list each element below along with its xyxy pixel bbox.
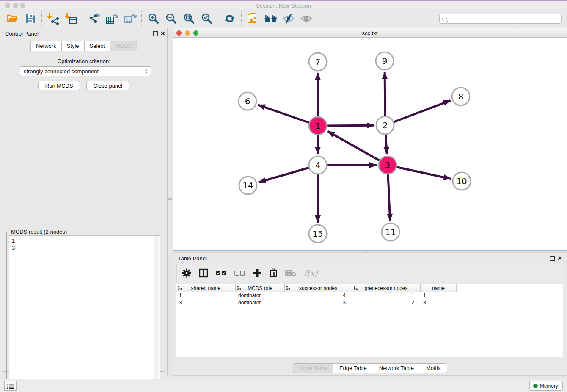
column-header-successor-nodes[interactable]: successor nodes bbox=[285, 284, 352, 292]
toolbar-separator bbox=[141, 11, 142, 26]
svg-text:1: 1 bbox=[315, 121, 321, 131]
show-all-icon bbox=[297, 11, 315, 26]
table-cell[interactable]: dominator bbox=[236, 299, 285, 306]
column-header-predecessor-nodes[interactable]: predecessor nodes bbox=[352, 284, 421, 292]
import-table-icon[interactable] bbox=[62, 11, 80, 26]
svg-text:10: 10 bbox=[456, 176, 467, 186]
import-network-icon[interactable] bbox=[44, 11, 62, 26]
result-scrollbar[interactable] bbox=[154, 236, 159, 386]
tab-network[interactable]: Network bbox=[30, 41, 62, 51]
show-column-panel-icon[interactable] bbox=[199, 268, 208, 278]
tab-node-table[interactable]: Node Table bbox=[293, 363, 333, 373]
edge-3-1[interactable] bbox=[328, 131, 388, 165]
open-session-icon[interactable] bbox=[3, 11, 21, 26]
column-header-shared-name[interactable]: shared name bbox=[176, 284, 236, 292]
svg-text:7: 7 bbox=[315, 57, 321, 67]
tab-edge-table[interactable]: Edge Table bbox=[333, 363, 373, 373]
graph-node-4[interactable]: 4 bbox=[309, 156, 327, 174]
memory-button[interactable]: Memory bbox=[529, 381, 563, 391]
graph-node-14[interactable]: 14 bbox=[239, 177, 257, 194]
export-network-icon[interactable] bbox=[85, 11, 103, 26]
status-bar: Memory bbox=[0, 379, 567, 392]
memory-status-icon bbox=[533, 384, 538, 388]
table-cell[interactable]: 3 bbox=[176, 299, 236, 306]
graph-node-8[interactable]: 8 bbox=[452, 88, 470, 105]
tab-network-table[interactable]: Network Table bbox=[373, 363, 420, 373]
table-panel-header: Table Panel ✕ bbox=[173, 253, 567, 264]
export-image-icon[interactable] bbox=[121, 11, 139, 26]
svg-text:2: 2 bbox=[383, 120, 388, 130]
hide-selected-icon[interactable] bbox=[280, 11, 297, 26]
table-cell[interactable]: 1 bbox=[352, 292, 421, 299]
graph-node-3[interactable]: 3 bbox=[379, 156, 396, 174]
vertical-splitter-grip[interactable] bbox=[168, 196, 172, 203]
deselect-all-columns-icon[interactable] bbox=[234, 270, 245, 276]
zoom-selected-icon[interactable] bbox=[198, 11, 215, 26]
svg-text:14: 14 bbox=[242, 180, 253, 190]
close-table-panel-icon[interactable]: ✕ bbox=[557, 255, 562, 262]
search-icon bbox=[442, 17, 447, 21]
add-column-icon[interactable] bbox=[253, 269, 261, 277]
table-cell[interactable]: 3 bbox=[285, 299, 352, 306]
tab-style[interactable]: Style bbox=[61, 41, 85, 51]
task-history-button[interactable] bbox=[4, 381, 17, 391]
tab-mcds[interactable]: MCDS bbox=[110, 41, 137, 51]
edge-3-10[interactable] bbox=[388, 165, 451, 179]
table-cell[interactable]: 3 bbox=[421, 299, 457, 306]
close-panel-icon[interactable]: ✕ bbox=[160, 30, 165, 37]
run-mcds-button[interactable]: Run MCDS bbox=[38, 81, 80, 90]
apply-layout-icon[interactable] bbox=[221, 11, 239, 26]
svg-text:9: 9 bbox=[382, 56, 388, 66]
column-header-name[interactable]: name bbox=[421, 284, 457, 292]
graph-node-6[interactable]: 6 bbox=[239, 92, 256, 110]
table-cell[interactable]: 2 bbox=[352, 299, 421, 306]
float-panel-icon[interactable] bbox=[153, 31, 158, 36]
network-graph-canvas[interactable]: 7968124314101511 bbox=[173, 38, 567, 250]
table-cell[interactable]: 1 bbox=[176, 292, 236, 299]
table-row[interactable]: 3dominator323 bbox=[176, 299, 563, 306]
network-window-title: scc.txt bbox=[173, 30, 567, 36]
export-table-icon[interactable] bbox=[103, 11, 121, 26]
mcds-result-title: MCDS result (2 nodes) bbox=[9, 229, 69, 235]
graph-node-9[interactable]: 9 bbox=[376, 52, 394, 70]
table-options-gear-icon[interactable] bbox=[182, 268, 191, 278]
tab-motifs[interactable]: Motifs bbox=[420, 363, 447, 373]
close-panel-button[interactable]: Close panel bbox=[86, 81, 130, 90]
table-cell[interactable]: 4 bbox=[285, 292, 352, 299]
edge-2-8[interactable] bbox=[385, 100, 451, 125]
toolbar-separator bbox=[41, 11, 42, 26]
graph-node-1[interactable]: 1 bbox=[309, 117, 327, 135]
delete-table-icon bbox=[285, 269, 296, 277]
graph-node-2[interactable]: 2 bbox=[376, 116, 394, 134]
zoom-out-icon[interactable] bbox=[162, 11, 180, 26]
mcds-result-list[interactable]: 13 bbox=[9, 235, 160, 386]
table-tabs: Node TableEdge TableNetwork TableMotifs bbox=[173, 363, 567, 373]
toolbar-separator bbox=[83, 11, 83, 26]
table-cell[interactable]: 1 bbox=[421, 292, 457, 299]
table-row[interactable]: 1dominator411 bbox=[176, 292, 563, 299]
graph-node-10[interactable]: 10 bbox=[453, 172, 471, 190]
search-input[interactable] bbox=[449, 14, 561, 23]
clone-network-icon[interactable] bbox=[244, 11, 262, 26]
table-cell[interactable]: dominator bbox=[236, 292, 285, 299]
search-box[interactable] bbox=[439, 14, 562, 24]
float-table-panel-icon[interactable] bbox=[550, 256, 555, 261]
save-session-icon[interactable] bbox=[21, 11, 39, 26]
main-toolbar bbox=[0, 9, 567, 28]
graph-node-15[interactable]: 15 bbox=[309, 225, 327, 243]
control-panel: Control Panel ✕ NetworkStyleSelectMCDS O… bbox=[0, 28, 168, 376]
svg-text:11: 11 bbox=[385, 227, 396, 237]
optimization-label: Optimization criterion: bbox=[3, 58, 165, 64]
network-window-titlebar[interactable]: × − + scc.txt bbox=[173, 28, 567, 38]
tab-select[interactable]: Select bbox=[84, 41, 110, 51]
table-scroll-strip bbox=[176, 357, 563, 364]
first-neighbors-icon[interactable] bbox=[262, 11, 280, 26]
delete-column-icon[interactable] bbox=[269, 268, 278, 278]
zoom-fit-icon[interactable] bbox=[180, 11, 198, 26]
select-all-columns-icon[interactable] bbox=[216, 270, 227, 276]
column-header-mcds-role[interactable]: MCDS role bbox=[236, 284, 285, 292]
zoom-in-icon[interactable] bbox=[144, 11, 162, 26]
graph-node-7[interactable]: 7 bbox=[309, 53, 327, 71]
graph-node-11[interactable]: 11 bbox=[382, 223, 399, 241]
optimization-select[interactable]: strongly connected component ˄˅ bbox=[20, 66, 151, 76]
